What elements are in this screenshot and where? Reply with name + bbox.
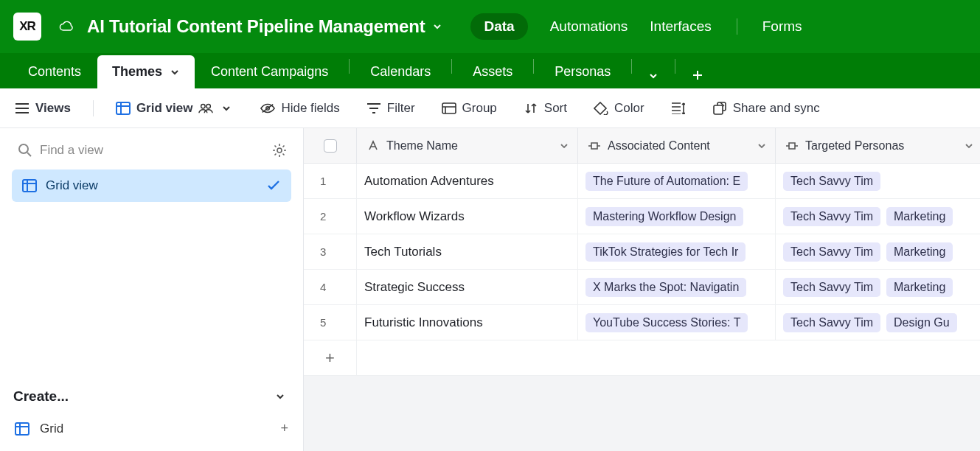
tab-themes[interactable]: Themes <box>97 55 195 88</box>
group-button[interactable]: Group <box>437 97 501 120</box>
cell-theme-name[interactable]: Futuristic Innovations <box>357 305 578 340</box>
view-switcher-label: Grid view <box>136 101 193 116</box>
share-sync-button[interactable]: Share and sync <box>708 97 824 120</box>
sort-icon <box>524 101 538 116</box>
linked-record-chip[interactable]: X Marks the Spot: Navigatin <box>585 278 746 297</box>
linked-record-chip[interactable]: Marketing <box>886 242 953 262</box>
chevron-down-icon[interactable] <box>757 141 766 150</box>
views-button[interactable]: Views <box>10 97 75 120</box>
cell-theme-name[interactable]: Strategic Success <box>357 270 578 304</box>
linked-record-chip[interactable]: Tech Savvy Tim <box>783 278 880 297</box>
view-item-grid[interactable]: Grid view <box>12 169 291 202</box>
header-targeted-personas[interactable]: Targeted Personas <box>776 128 980 163</box>
top-bar: XR AI Tutorial Content Pipeline Manageme… <box>0 0 980 53</box>
linked-record-chip[interactable]: Marketing <box>886 207 953 226</box>
collaborators-icon <box>198 101 213 116</box>
table-row[interactable]: 5Futuristic InnovationsYouTube Success S… <box>304 305 980 340</box>
row-height-button[interactable] <box>667 97 690 120</box>
filter-button[interactable]: Filter <box>362 97 420 120</box>
top-nav: Data Automations Interfaces Forms <box>470 13 802 40</box>
gear-icon[interactable] <box>272 143 287 158</box>
cell-theme-name[interactable]: Tech Tutorials <box>357 234 578 269</box>
history-icon[interactable] <box>59 19 74 34</box>
hide-fields-button[interactable]: Hide fields <box>256 97 344 120</box>
linked-record-chip[interactable]: Tech Savvy Tim <box>783 313 880 332</box>
divider <box>349 59 350 74</box>
svg-rect-0 <box>117 102 130 114</box>
create-header[interactable]: Create... <box>10 382 293 415</box>
chevron-down-icon <box>275 391 285 402</box>
add-row[interactable]: + <box>304 340 980 376</box>
cell-associated-content[interactable]: YouTube Success Stories: T <box>578 305 776 340</box>
views-sidebar: Grid view Create... Grid + <box>0 128 304 451</box>
header-associated-content[interactable]: Associated Content <box>578 128 776 163</box>
data-grid: Theme Name Associated Content Targeted P <box>304 128 980 451</box>
cell-associated-content[interactable]: Mastering Workflow Design <box>578 199 776 234</box>
cell-targeted-personas[interactable]: Tech Savvy TimMarketing <box>776 270 980 304</box>
linked-record-chip[interactable]: Design Gu <box>886 313 957 332</box>
nav-interfaces[interactable]: Interfaces <box>650 18 711 35</box>
cell-theme-name[interactable]: Automation Adventures <box>357 164 578 198</box>
svg-rect-4 <box>442 103 456 113</box>
nav-data[interactable]: Data <box>470 13 527 40</box>
linked-record-chip[interactable]: The Future of Automation: E <box>585 172 748 191</box>
plus-icon: + <box>280 421 288 436</box>
nav-forms[interactable]: Forms <box>762 18 802 35</box>
tab-themes-label: Themes <box>112 64 162 80</box>
tab-content-campaigns[interactable]: Content Campaigns <box>196 55 343 88</box>
create-grid-option[interactable]: Grid + <box>10 415 293 442</box>
group-icon <box>442 101 456 116</box>
table-row[interactable]: 3Tech TutorialsTikTok Strategies for Tec… <box>304 234 980 270</box>
cell-associated-content[interactable]: X Marks the Spot: Navigatin <box>578 270 776 304</box>
chevron-down-icon[interactable] <box>560 141 569 150</box>
table-row[interactable]: 1Automation AdventuresThe Future of Auto… <box>304 164 980 199</box>
linked-record-chip[interactable]: YouTube Success Stories: T <box>585 313 748 332</box>
app-logo[interactable]: XR <box>13 13 41 41</box>
create-label: Create... <box>13 388 69 405</box>
nav-automations[interactable]: Automations <box>550 18 628 35</box>
divider <box>737 18 737 35</box>
linked-record-chip[interactable]: Tech Savvy Tim <box>783 207 880 226</box>
check-icon <box>266 178 281 193</box>
divider <box>631 59 632 74</box>
header-theme-name[interactable]: Theme Name <box>357 128 578 163</box>
table-row[interactable]: 4Strategic SuccessX Marks the Spot: Navi… <box>304 270 980 305</box>
base-title-text: AI Tutorial Content Pipeline Management <box>87 16 425 37</box>
base-title[interactable]: AI Tutorial Content Pipeline Management <box>87 16 442 37</box>
divider <box>451 59 452 74</box>
linked-record-chip[interactable]: Tech Savvy Tim <box>783 172 880 191</box>
tab-personas[interactable]: Personas <box>540 55 625 88</box>
cell-targeted-personas[interactable]: Tech Savvy Tim <box>776 164 980 198</box>
search-icon <box>18 143 32 158</box>
plus-icon: + <box>304 340 357 375</box>
header-targeted-personas-label: Targeted Personas <box>805 139 904 153</box>
linked-record-chip[interactable]: Tech Savvy Tim <box>783 242 880 262</box>
tab-contents[interactable]: Contents <box>13 55 96 88</box>
view-switcher[interactable]: Grid view <box>111 97 239 120</box>
linked-record-chip[interactable]: Mastering Workflow Design <box>585 207 743 226</box>
link-field-icon <box>785 139 799 153</box>
cell-targeted-personas[interactable]: Tech Savvy TimMarketing <box>776 199 980 234</box>
select-all-checkbox[interactable] <box>324 139 337 153</box>
cell-associated-content[interactable]: TikTok Strategies for Tech Ir <box>578 234 776 269</box>
table-row[interactable]: 2Workflow WizardsMastering Workflow Desi… <box>304 199 980 234</box>
svg-point-2 <box>206 104 210 108</box>
hide-fields-label: Hide fields <box>281 101 339 116</box>
color-button[interactable]: Color <box>589 97 649 120</box>
linked-record-chip[interactable]: Marketing <box>886 278 953 297</box>
cell-theme-name[interactable]: Workflow Wizards <box>357 199 578 234</box>
linked-record-chip[interactable]: TikTok Strategies for Tech Ir <box>585 242 746 262</box>
chevron-down-icon[interactable] <box>965 141 973 150</box>
paint-bucket-icon <box>594 101 608 116</box>
tab-assets[interactable]: Assets <box>458 55 527 88</box>
add-table-button[interactable] <box>681 62 714 88</box>
color-label: Color <box>614 101 644 116</box>
cell-associated-content[interactable]: The Future of Automation: E <box>578 164 776 198</box>
cell-targeted-personas[interactable]: Tech Savvy TimMarketing <box>776 234 980 269</box>
cell-targeted-personas[interactable]: Tech Savvy TimDesign Gu <box>776 305 980 340</box>
tab-overflow-menu[interactable] <box>638 63 669 88</box>
tables-tab-bar: Contents Themes Content Campaigns Calend… <box>0 53 980 88</box>
view-search-input[interactable] <box>40 143 265 158</box>
tab-calendars[interactable]: Calendars <box>355 55 445 88</box>
sort-button[interactable]: Sort <box>519 97 571 120</box>
